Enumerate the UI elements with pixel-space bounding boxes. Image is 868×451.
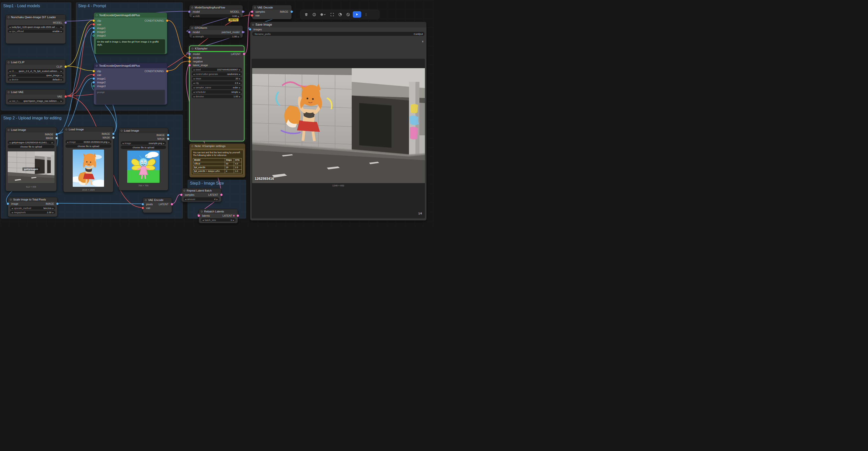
collapse-icon[interactable] xyxy=(191,27,193,29)
run-button[interactable] xyxy=(353,11,361,18)
graph-canvas[interactable]: Step1 - Load models Step 4 - Prompt Step… xyxy=(0,0,434,226)
output-slot-mask[interactable]: MASK xyxy=(63,136,113,139)
model-name-widget[interactable]: svdq-fp4_r128-qwen-image-edit-2509.saf .… xyxy=(8,25,63,29)
prompt-textarea[interactable]: prompt xyxy=(96,90,165,104)
node-note-ksampler-settings[interactable]: Note: KSampler settings You can test and… xyxy=(189,143,245,178)
next-arrow-icon[interactable] xyxy=(238,77,241,80)
node-title-bar[interactable]: Repeat Latent Batch xyxy=(182,188,221,193)
model-slot-dot[interactable] xyxy=(64,22,67,24)
prev-arrow-icon[interactable] xyxy=(193,82,194,84)
node-cfg-norm[interactable]: CFGNorm model patched_model strength 1.0… xyxy=(189,25,243,38)
delete-button[interactable] xyxy=(303,11,309,18)
prev-arrow-icon[interactable] xyxy=(193,95,194,98)
collapse-icon[interactable] xyxy=(8,17,9,18)
shift-widget[interactable]: shift 3.00 xyxy=(191,14,241,18)
image-in-slot-dot[interactable] xyxy=(7,202,9,205)
vae-slot-dot[interactable] xyxy=(251,14,253,17)
collapse-icon[interactable] xyxy=(96,14,98,16)
next-arrow-icon[interactable] xyxy=(237,35,239,38)
node-rebatch-latents[interactable]: Rebatch Latents latents LATENT ▦ batch_s… xyxy=(199,209,238,223)
next-arrow-icon[interactable] xyxy=(52,207,54,210)
samples-slot-dot[interactable] xyxy=(180,194,182,196)
latent-slot-dot[interactable] xyxy=(237,215,239,217)
choose-file-button[interactable]: choose file to upload xyxy=(121,146,166,149)
cpu-offload-widget[interactable]: cpu_offload enable xyxy=(8,29,63,33)
mask-slot-dot[interactable] xyxy=(167,137,169,140)
node-ksampler[interactable]: KSampler model LATENT positive negative … xyxy=(189,45,244,141)
cfg-widget[interactable]: cfg 2.5 xyxy=(192,81,242,85)
prev-arrow-icon[interactable] xyxy=(203,219,204,221)
prev-arrow-icon[interactable] xyxy=(67,140,68,143)
input-slot-vae[interactable]: vae xyxy=(252,13,291,17)
slot-row[interactable]: latents LATENT ▦ xyxy=(199,214,238,217)
input-slot-positive[interactable]: positive xyxy=(190,56,244,60)
node-title-bar[interactable]: Rebatch Latents xyxy=(199,209,238,214)
slot-row[interactable]: model LATENT xyxy=(190,52,244,56)
node-title-bar[interactable]: TextEncodeQwenImageEditPlus xyxy=(94,63,167,68)
node-load-image-3[interactable]: Load Image IMAGE MASK image example.png … xyxy=(119,128,168,191)
node-title-bar[interactable]: Load Image xyxy=(6,127,57,132)
next-arrow-icon[interactable] xyxy=(238,68,241,71)
node-text-encode-negative[interactable]: TextEncodeQwenImageEditPlus clip CONDITI… xyxy=(94,63,167,105)
denoise-widget[interactable]: denoise 1.00 xyxy=(192,95,242,98)
model-out-slot-dot[interactable] xyxy=(242,10,244,13)
collapse-icon[interactable] xyxy=(8,91,9,93)
positive-slot-dot[interactable] xyxy=(188,57,191,59)
output-slot-clip[interactable]: CLIP xyxy=(6,65,65,68)
node-nunchaku-dit-loader[interactable]: Nunchaku Qwen-Image DiT Loader MODEL svd… xyxy=(5,14,66,44)
slot-row[interactable]: clip CONDITIONING xyxy=(94,19,167,22)
vae-slot-dot[interactable] xyxy=(64,95,67,98)
input-slot-image3[interactable]: image3 xyxy=(94,34,167,37)
next-arrow-icon[interactable] xyxy=(60,74,62,76)
node-vae-encode[interactable]: VAE Encode pixels LATENT vae xyxy=(143,197,172,213)
collapse-icon[interactable] xyxy=(145,199,147,201)
image2-slot-dot[interactable] xyxy=(93,81,95,83)
node-title-bar[interactable]: Load CLIP xyxy=(6,60,65,65)
batch-page-indicator[interactable]: 1/4 xyxy=(418,212,422,215)
node-title-bar[interactable]: Load VAE xyxy=(6,90,65,95)
next-arrow-icon[interactable] xyxy=(52,211,54,214)
prev-arrow-icon[interactable] xyxy=(193,15,194,18)
output-slot-mask[interactable]: MASK xyxy=(119,137,168,140)
selection-toolbar[interactable] xyxy=(300,10,379,19)
image-slot-dot[interactable] xyxy=(290,10,293,13)
input-slot-image2[interactable]: image2 xyxy=(94,80,167,84)
output-slot-model[interactable]: MODEL xyxy=(6,21,65,24)
image-preview[interactable]: gettyimages xyxy=(8,149,55,185)
node-title-bar[interactable]: Load Image xyxy=(119,128,168,133)
more-options-button[interactable] xyxy=(363,11,369,18)
model-slot-dot[interactable] xyxy=(188,53,191,55)
filename-prefix-widget[interactable]: filename_prefix ComfyUI xyxy=(252,32,425,36)
vae-name-widget[interactable]: vae_na... qwen\qwen_image_vae.safetensor… xyxy=(8,99,63,102)
close-preview-button[interactable]: x xyxy=(422,40,424,43)
node-repeat-latent-batch[interactable]: Repeat Latent Batch samples LATENT amoun… xyxy=(181,188,221,202)
prev-arrow-icon[interactable] xyxy=(11,211,13,214)
prompt-textarea[interactable]: On the wall in image 1, draw the girl fr… xyxy=(96,39,165,54)
next-arrow-icon[interactable] xyxy=(107,140,110,143)
next-arrow-icon[interactable] xyxy=(60,26,62,28)
image-file-widget[interactable]: gettyimages-1262593416-612x61... xyxy=(8,140,55,144)
next-arrow-icon[interactable] xyxy=(60,70,62,72)
collapse-icon[interactable] xyxy=(65,129,67,130)
next-arrow-icon[interactable] xyxy=(238,86,241,89)
prev-arrow-icon[interactable] xyxy=(9,74,10,76)
node-load-image-2[interactable]: Load Image IMAGE MASK image 00353-263556… xyxy=(63,127,114,192)
image-slot-dot[interactable] xyxy=(112,133,115,135)
sampler-name-widget[interactable]: sampler_name euler xyxy=(192,86,242,89)
latent-slot-dot[interactable] xyxy=(220,194,222,196)
slot-row[interactable]: model patched_model xyxy=(189,30,243,34)
node-title-bar[interactable]: Save Image xyxy=(250,22,426,27)
clip-slot-dot[interactable] xyxy=(93,70,95,72)
conditioning-slot-dot[interactable] xyxy=(166,70,168,72)
megapixels-widget[interactable]: megapixels 1.00 xyxy=(10,211,55,214)
choose-file-button[interactable]: choose file to upload xyxy=(65,144,111,148)
clip-slot-dot[interactable] xyxy=(93,20,95,22)
collapse-icon[interactable] xyxy=(254,7,256,8)
image3-slot-dot[interactable] xyxy=(93,35,95,37)
node-title-bar[interactable]: KSampler xyxy=(190,46,244,51)
collapse-icon[interactable] xyxy=(201,211,203,213)
prev-arrow-icon[interactable] xyxy=(9,30,10,33)
conditioning-slot-dot[interactable] xyxy=(166,20,168,22)
node-title-bar[interactable]: Scale Image to Total Pixels xyxy=(8,197,57,202)
prev-arrow-icon[interactable] xyxy=(9,78,10,81)
